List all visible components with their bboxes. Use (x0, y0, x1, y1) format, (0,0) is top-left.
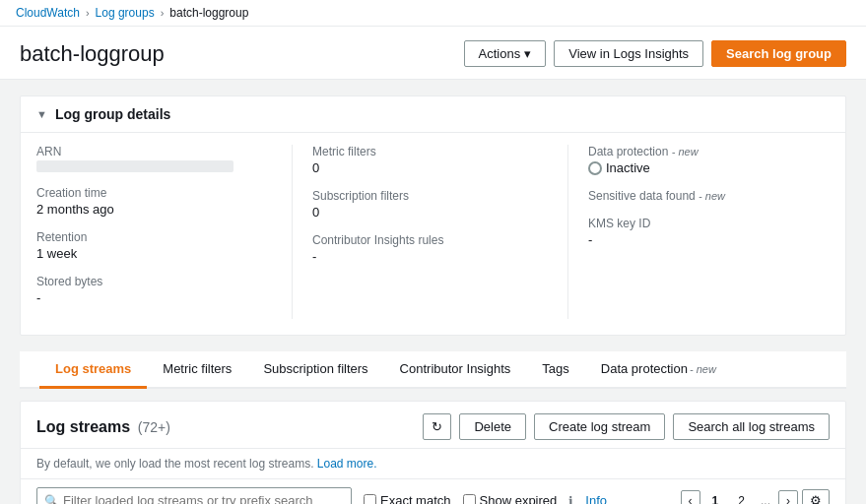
pagination-page-2[interactable]: 2 (730, 490, 753, 505)
data-protection-label: Data protection - new (588, 145, 810, 158)
pagination-page-1[interactable]: 1 (704, 490, 727, 505)
retention-label: Retention (36, 230, 272, 244)
actions-button[interactable]: Actions ▾ (464, 40, 547, 67)
arn-label: ARN (36, 145, 272, 158)
log-streams-section: Log streams (72+) ↻ Delete Create log st… (20, 401, 846, 504)
view-in-logs-insights-button[interactable]: View in Logs Insights (554, 40, 703, 67)
inactive-dot-icon (588, 161, 602, 175)
data-protection-field: Data protection - new Inactive (588, 145, 810, 175)
exact-match-checkbox[interactable] (364, 494, 376, 504)
retention-field: Retention 1 week (36, 230, 272, 261)
actions-chevron-icon: ▾ (524, 46, 531, 61)
tab-log-streams[interactable]: Log streams (39, 351, 147, 389)
streams-title-wrap: Log streams (72+) (36, 418, 170, 436)
stored-bytes-field: Stored bytes - (36, 275, 272, 305)
streams-count: (72+) (138, 419, 170, 435)
breadcrumb-sep-1: › (86, 7, 90, 19)
tab-contributor-insights[interactable]: Contributor Insights (384, 351, 527, 389)
delete-button[interactable]: Delete (459, 413, 526, 440)
streams-subheader: By default, we only load the most recent… (21, 449, 845, 479)
details-grid: ARN Creation time 2 months ago Retention… (21, 133, 845, 335)
contributor-insights-label: Contributor Insights rules (312, 233, 548, 247)
breadcrumb: CloudWatch › Log groups › batch-loggroup (0, 0, 866, 27)
details-panel-header[interactable]: ▼ Log group details (21, 96, 845, 133)
show-expired-label: Show expired (480, 493, 558, 504)
info-link[interactable]: Info (585, 493, 607, 504)
tab-metric-filters[interactable]: Metric filters (147, 351, 247, 389)
breadcrumb-sep-2: › (161, 7, 165, 19)
refresh-button[interactable]: ↻ (423, 413, 451, 440)
creation-time-field: Creation time 2 months ago (36, 186, 272, 217)
pagination-next-button[interactable]: › (778, 490, 798, 505)
tab-spacer (20, 389, 846, 401)
breadcrumb-current: batch-loggroup (169, 6, 248, 20)
search-input-wrap: 🔍 (36, 487, 352, 504)
subscription-filters-label: Subscription filters (312, 189, 548, 203)
pagination-prev-button[interactable]: ‹ (681, 490, 700, 505)
breadcrumb-log-groups[interactable]: Log groups (96, 6, 155, 20)
subscription-filters-field: Subscription filters 0 (312, 189, 548, 220)
arn-field: ARN (36, 145, 272, 172)
contributor-insights-field: Contributor Insights rules - (312, 233, 548, 264)
kms-key-label: KMS key ID (588, 217, 810, 230)
exact-match-checkbox-label[interactable]: Exact match (364, 493, 451, 504)
creation-time-value: 2 months ago (36, 202, 272, 217)
log-stream-search-input[interactable] (36, 487, 352, 504)
kms-key-value: - (588, 232, 810, 247)
stored-bytes-value: - (36, 290, 272, 305)
info-icon: ℹ (568, 494, 573, 505)
breadcrumb-cloudwatch[interactable]: CloudWatch (16, 6, 80, 20)
metric-filters-label: Metric filters (312, 145, 548, 158)
details-col-2: Metric filters 0 Subscription filters 0 … (312, 145, 568, 319)
streams-title: Log streams (36, 418, 130, 435)
pagination-ellipsis: ... (757, 494, 774, 505)
show-expired-checkbox[interactable] (463, 494, 476, 504)
tab-data-protection[interactable]: Data protection- new (585, 351, 732, 389)
tabs-bar: Log streams Metric filters Subscription … (20, 351, 846, 389)
page-header: batch-loggroup Actions ▾ View in Logs In… (0, 27, 866, 80)
header-actions: Actions ▾ View in Logs Insights Search l… (464, 40, 846, 67)
search-log-group-button[interactable]: Search log group (711, 40, 846, 67)
data-protection-tab-new: - new (690, 363, 716, 375)
page-title: batch-loggroup (20, 41, 165, 67)
retention-value: 1 week (36, 246, 272, 261)
pagination: ‹ 1 2 ... › ⚙ (681, 489, 830, 504)
contributor-insights-value: - (312, 249, 548, 264)
table-settings-button[interactable]: ⚙ (802, 489, 830, 504)
search-options: Exact match Show expired ℹ Info (364, 493, 607, 504)
stored-bytes-label: Stored bytes (36, 275, 272, 288)
details-col-3: Data protection - new Inactive Sensitive… (588, 145, 830, 319)
kms-key-field: KMS key ID - (588, 217, 810, 247)
data-protection-new-badge: - new (672, 146, 699, 158)
create-log-stream-button[interactable]: Create log stream (534, 413, 665, 440)
actions-label: Actions (479, 46, 521, 61)
tab-tags[interactable]: Tags (526, 351, 584, 389)
subscription-filters-value: 0 (312, 205, 548, 220)
metric-filters-field: Metric filters 0 (312, 145, 548, 175)
streams-section-header: Log streams (72+) ↻ Delete Create log st… (21, 402, 845, 449)
main-content: ▼ Log group details ARN Creation time 2 … (0, 80, 866, 504)
chevron-down-icon: ▼ (36, 108, 47, 120)
streams-actions: ↻ Delete Create log stream Search all lo… (423, 413, 830, 440)
sensitive-data-field: Sensitive data found - new (588, 189, 810, 203)
arn-value (36, 160, 233, 172)
details-panel-title: Log group details (55, 106, 170, 122)
creation-time-label: Creation time (36, 186, 272, 200)
load-more-link[interactable]: Load more. (317, 457, 377, 471)
metric-filters-value: 0 (312, 160, 548, 175)
data-protection-status: Inactive (588, 160, 810, 175)
search-icon: 🔍 (44, 494, 59, 505)
sensitive-data-label: Sensitive data found - new (588, 189, 810, 203)
search-bar: 🔍 Exact match Show expired ℹ Info ‹ 1 2 (21, 479, 845, 504)
exact-match-label: Exact match (380, 493, 451, 504)
details-col-1: ARN Creation time 2 months ago Retention… (36, 145, 293, 319)
details-panel: ▼ Log group details ARN Creation time 2 … (20, 95, 846, 336)
search-all-log-streams-button[interactable]: Search all log streams (673, 413, 830, 440)
sensitive-data-new-badge: - new (699, 190, 725, 202)
tab-subscription-filters[interactable]: Subscription filters (247, 351, 383, 389)
show-expired-checkbox-label[interactable]: Show expired (463, 493, 558, 504)
